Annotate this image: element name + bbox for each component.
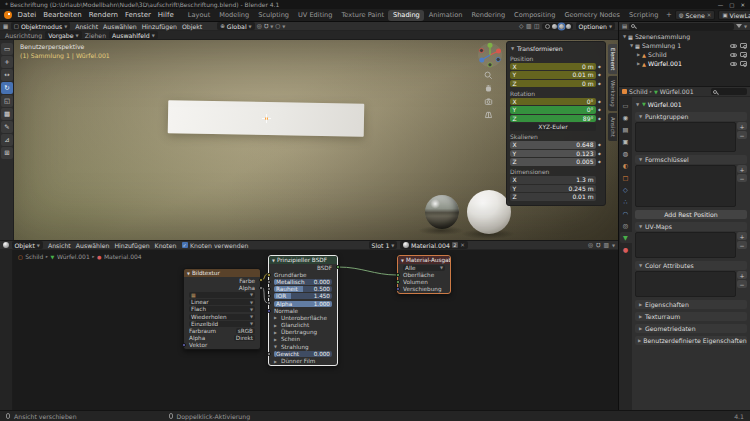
unlink-scene-icon[interactable]: ✕: [707, 12, 712, 18]
shader-socket-icon[interactable]: [396, 280, 400, 284]
principled-bsdf-node[interactable]: ▼ Prinzipieller BSDF BSDF GrundfarbeMeta…: [268, 255, 338, 366]
outliner-row-w-rfel-001[interactable]: ▶▲Würfel.001: [619, 59, 750, 68]
workspace-tab-modeling[interactable]: Modeling: [215, 10, 254, 21]
remove-item-button[interactable]: −: [737, 174, 747, 182]
hide-viewport-eye-icon[interactable]: [730, 62, 737, 66]
tool-setting-dropdown-ziehen[interactable]: Auswahlfeld▼: [109, 31, 158, 39]
workspace-tab-rendering[interactable]: Rendering: [467, 10, 510, 21]
properties-tab-scene[interactable]: ◍: [620, 148, 632, 159]
image-datablock-field[interactable]: ▦▼: [189, 292, 255, 298]
editor-type-icon[interactable]: ▦: [3, 23, 8, 29]
shader-type-dropdown[interactable]: Objekt ▼: [12, 241, 43, 249]
add-item-button[interactable]: +: [737, 122, 747, 130]
xray-toggle-icon[interactable]: ◫: [534, 23, 539, 29]
pivot-point-icon[interactable]: ◎: [257, 23, 262, 29]
options-dropdown[interactable]: Optionen ▼: [576, 22, 615, 30]
add-item-button[interactable]: +: [737, 271, 747, 279]
add-rest-position-button[interactable]: Add Rest Position: [635, 210, 747, 219]
workspace-tab-scripting[interactable]: Scripting: [625, 10, 663, 21]
remove-item-button[interactable]: −: [737, 241, 747, 249]
vector-socket-icon[interactable]: [182, 343, 186, 347]
node-canvas[interactable]: ▢Schild▸▼Würfel.001▸●Material.004 ▼ Bild…: [0, 250, 618, 410]
workspace-tab-uv-editing[interactable]: UV Editing: [294, 10, 337, 21]
panel-header-uv-maps[interactable]: ▼UV-Maps: [635, 222, 747, 231]
add-item-button[interactable]: +: [737, 165, 747, 173]
transform-panel-header[interactable]: ▼ Transformieren: [510, 45, 602, 52]
measure-tool-button[interactable]: ⊿: [1, 134, 13, 146]
tool-setting-dropdown-ausrichtung[interactable]: Vorgabe▼: [45, 31, 82, 39]
scene-selector[interactable]: ◍ Scene ✕: [675, 10, 716, 20]
vector-socket-icon[interactable]: [396, 287, 400, 291]
pin-icon[interactable]: ◎: [588, 242, 593, 248]
viewport-canvas[interactable]: ▭+↔↻◱▩✎⊿⊞ Benutzerperspektive (1) Sammlu…: [0, 40, 618, 240]
value-slider-ior[interactable]: IOR1.450: [274, 293, 332, 299]
workspace-tab-layout[interactable]: Layout: [183, 10, 214, 21]
menu-bearbeiten[interactable]: Bearbeiten: [40, 11, 85, 19]
properties-tab-world[interactable]: ◐: [620, 160, 632, 171]
disable-render-camera-icon[interactable]: [740, 61, 747, 66]
disclosure-icon[interactable]: ▼: [274, 344, 279, 349]
cursor-tool-button[interactable]: +: [1, 56, 13, 68]
value-slider-rauheit[interactable]: Rauheit0.500: [274, 286, 332, 292]
shader-menu-knoten[interactable]: Knoten: [152, 242, 179, 249]
color-socket-icon[interactable]: [267, 273, 271, 277]
workspace-tab-animation[interactable]: Animation: [424, 10, 467, 21]
combo-dropdown-farbraum[interactable]: sRGB: [236, 328, 255, 334]
menu-rendern[interactable]: Rendern: [85, 11, 121, 19]
keyframe-decorator-icon[interactable]: ◆: [597, 107, 602, 112]
material-slot-dropdown[interactable]: Slot 1 ▼: [369, 241, 398, 249]
node-header[interactable]: ▼ Material-Ausgabe: [398, 256, 450, 264]
panel-header-color-attributes[interactable]: ▼Color Attributes: [635, 261, 747, 270]
value-slider-alpha[interactable]: Alpha1.000: [274, 301, 332, 307]
viewport-menu-ausw-hlen[interactable]: Auswählen: [101, 23, 140, 30]
viewport-menu-hinzuf-gen[interactable]: Hinzufügen: [139, 23, 179, 30]
node-header[interactable]: ▼ Bildtextur: [184, 269, 260, 277]
workspace-tab-sculpting[interactable]: Sculpting: [254, 10, 294, 21]
mode-dropdown[interactable]: ▢ Objektmodus ▼: [11, 22, 71, 30]
sidebar-tab-werkzeug[interactable]: Werkzeug: [608, 76, 617, 111]
shader-menu-hinzuf-gen[interactable]: Hinzufügen: [112, 242, 152, 249]
sidebar-tab-ansicht[interactable]: Ansicht: [608, 113, 617, 141]
pan-hand-icon[interactable]: [484, 84, 493, 93]
panel-header-eigenschaften[interactable]: ▶Eigenschaften: [635, 300, 747, 309]
navigation-gizmo[interactable]: [477, 42, 503, 68]
keyframe-decorator-icon[interactable]: ◆: [597, 116, 602, 121]
transform-field-skalieren-y[interactable]: Y0.123: [510, 150, 596, 158]
panel-list[interactable]: [635, 165, 736, 207]
white-preview-sphere[interactable]: [467, 190, 511, 234]
outliner-row-szenensammlung[interactable]: ▼▦Szenensammlung: [619, 32, 750, 41]
keyframe-decorator-icon[interactable]: ◆: [597, 142, 602, 147]
disclosure-icon[interactable]: ▼: [628, 43, 635, 48]
material-datablock-selector[interactable]: Material.004 2 ✕: [400, 241, 468, 249]
disclosure-icon[interactable]: ▶: [635, 61, 642, 66]
panel-header-texturraum[interactable]: ▶Texturraum: [635, 312, 747, 321]
disable-render-camera-icon[interactable]: [740, 43, 747, 48]
outliner-row-schild[interactable]: ▶▲Schild: [619, 50, 750, 59]
panel-list[interactable]: [635, 271, 736, 297]
menu-hilfe[interactable]: Hilfe: [154, 11, 177, 19]
panel-header-punktgruppen[interactable]: ▼Punktgruppen: [635, 112, 747, 121]
disable-render-camera-icon[interactable]: [740, 52, 747, 57]
keyframe-decorator-icon[interactable]: ◆: [597, 72, 602, 77]
shader-menu-ansicht[interactable]: Ansicht: [45, 242, 73, 249]
properties-search-input[interactable]: [711, 88, 747, 95]
orientation-dropdown[interactable]: ⊕ Global ▼: [217, 22, 254, 30]
disclosure-icon[interactable]: ▶: [274, 359, 279, 364]
hide-viewport-eye-icon[interactable]: [730, 44, 737, 48]
node-enum-einzelbild[interactable]: Einzelbild▼: [189, 321, 255, 327]
shader-editor-icon[interactable]: [3, 242, 9, 248]
transform-field-dimensionen-x[interactable]: X1.3 m: [510, 176, 596, 184]
unlink-material-icon[interactable]: ✕: [460, 242, 465, 248]
transform-field-position-x[interactable]: X0 m: [510, 63, 596, 71]
transform-field-position-y[interactable]: Y0.01 m: [510, 71, 596, 79]
properties-tab-render[interactable]: ◉: [620, 112, 632, 123]
disclosure-icon[interactable]: ▶: [635, 52, 642, 57]
scale-tool-button[interactable]: ◱: [1, 95, 13, 107]
disclosure-icon[interactable]: ▶: [274, 315, 279, 320]
properties-tab-view-layer[interactable]: ▣: [620, 136, 632, 147]
vector-socket-icon[interactable]: [267, 309, 271, 313]
outliner-editor-icon[interactable]: ▤: [622, 23, 627, 29]
material-output-node[interactable]: ▼ Material-Ausgabe Alle ▼ OberflächeVolu…: [397, 255, 451, 294]
value-slider-metallisch[interactable]: Metallisch0.000: [274, 279, 332, 285]
value-socket-icon[interactable]: [267, 301, 271, 305]
